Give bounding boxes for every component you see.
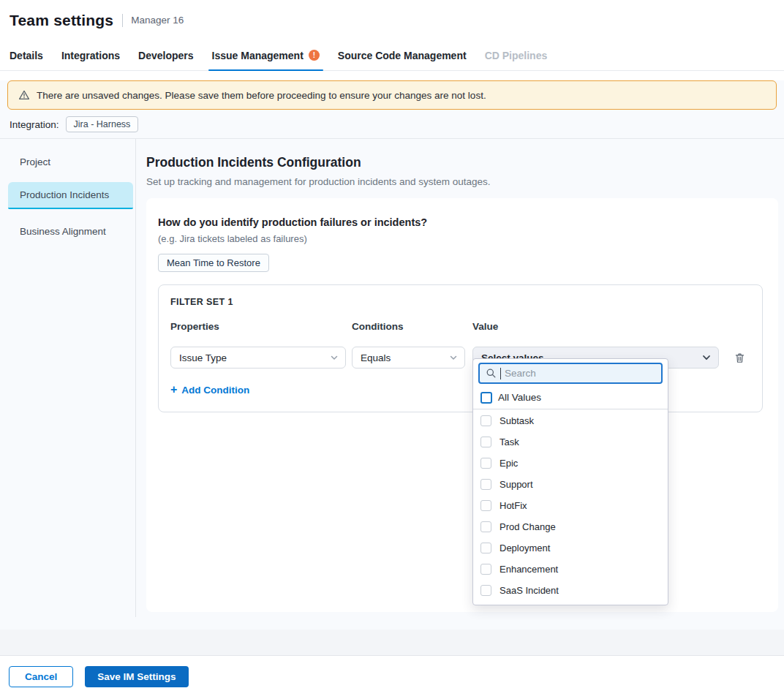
- section-title: Production Incidents Configuration: [146, 155, 778, 170]
- section-subtitle: Set up tracking and management for produ…: [146, 176, 778, 187]
- sidebar-item-project[interactable]: Project: [8, 149, 133, 175]
- option-checkbox[interactable]: [480, 458, 491, 469]
- properties-column-label: Properties: [170, 321, 352, 332]
- dropdown-options: Subtask Task Epic Support HotFix Prod Ch…: [473, 409, 668, 605]
- tab-issue-management[interactable]: Issue Management !: [212, 40, 320, 70]
- value-column-label: Value: [472, 321, 498, 332]
- option-checkbox[interactable]: [480, 521, 491, 532]
- option-saas-incident[interactable]: SaaS Incident: [473, 580, 668, 601]
- banner-text: There are unsaved changes. Please save t…: [37, 90, 486, 101]
- option-checkbox[interactable]: [480, 437, 491, 447]
- dropdown-search: [478, 363, 663, 384]
- option-support[interactable]: Support: [473, 474, 668, 495]
- sidebar-item-production-incidents[interactable]: Production Incidents: [8, 182, 133, 209]
- filter-set-title: FILTER SET 1: [170, 297, 750, 307]
- chevron-down-icon: [449, 353, 458, 362]
- search-icon: [486, 368, 497, 379]
- integration-label: Integration:: [10, 119, 59, 130]
- warning-icon: [18, 89, 30, 101]
- alert-badge-icon: !: [309, 50, 320, 61]
- trash-icon: [734, 355, 746, 366]
- question-title: How do you identify production failures …: [158, 216, 763, 228]
- chevron-down-icon: [701, 352, 712, 363]
- tab-details[interactable]: Details: [10, 40, 43, 70]
- footer-bar: Cancel Save IM Settings: [0, 655, 784, 698]
- tab-cd-pipelines: CD Pipelines: [485, 40, 548, 70]
- option-task[interactable]: Task: [473, 431, 668, 453]
- settings-body: Project Production Incidents Business Al…: [0, 138, 784, 617]
- filter-column-headers: Properties Conditions Value: [170, 321, 750, 332]
- incidents-config-card: How do you identify production failures …: [146, 198, 778, 612]
- filter-set-1: FILTER SET 1 Properties Conditions Value…: [158, 284, 763, 412]
- tab-developers[interactable]: Developers: [138, 40, 193, 70]
- property-select[interactable]: Issue Type: [170, 347, 346, 369]
- metric-chip-mean-time-to-restore[interactable]: Mean Time to Restore: [158, 254, 269, 272]
- option-checkbox[interactable]: [480, 564, 491, 575]
- search-input[interactable]: [505, 368, 655, 379]
- checkbox-all-values[interactable]: [480, 392, 492, 404]
- unsaved-changes-banner: There are unsaved changes. Please save t…: [7, 80, 777, 110]
- save-im-settings-button[interactable]: Save IM Settings: [85, 666, 188, 687]
- tab-integrations[interactable]: Integrations: [61, 40, 120, 70]
- tab-bar: Details Integrations Developers Issue Ma…: [0, 40, 784, 71]
- option-subtask[interactable]: Subtask: [473, 410, 668, 431]
- option-prod-change[interactable]: Prod Change: [473, 516, 668, 537]
- tab-source-code-management[interactable]: Source Code Management: [338, 40, 467, 70]
- option-customer-notification[interactable]: Customer Notification: [473, 601, 668, 605]
- option-all-values[interactable]: All Values: [473, 386, 668, 409]
- delete-filter-button[interactable]: [732, 350, 747, 366]
- option-hotfix[interactable]: HotFix: [473, 495, 668, 516]
- value-dropdown: All Values Subtask Task Epic Support Hot…: [472, 358, 668, 605]
- page-title: Team settings: [10, 12, 113, 29]
- option-checkbox[interactable]: [480, 500, 491, 511]
- page-subtitle: Manager 16: [131, 15, 184, 26]
- main-panel: Production Incidents Configuration Set u…: [136, 139, 784, 617]
- text-caret: [500, 368, 501, 379]
- sidebar-item-business-alignment[interactable]: Business Alignment: [8, 219, 133, 244]
- bottom-strip: [0, 630, 784, 655]
- chevron-down-icon: [330, 353, 339, 362]
- option-checkbox[interactable]: [480, 585, 491, 596]
- option-epic[interactable]: Epic: [473, 453, 668, 474]
- integration-row: Integration: Jira - Harness: [0, 110, 784, 138]
- integration-chip[interactable]: Jira - Harness: [66, 116, 139, 132]
- option-checkbox[interactable]: [480, 543, 491, 553]
- option-deployment[interactable]: Deployment: [473, 537, 668, 559]
- conditions-column-label: Conditions: [352, 321, 472, 332]
- question-hint: (e.g. Jira tickets labeled as failures): [158, 233, 763, 244]
- option-checkbox[interactable]: [480, 479, 491, 490]
- option-enhancement[interactable]: Enhancement: [473, 559, 668, 580]
- add-condition-button[interactable]: + Add Condition: [170, 384, 249, 396]
- option-checkbox[interactable]: [480, 415, 491, 426]
- team-settings-page: Team settings Manager 16 Details Integra…: [0, 0, 784, 698]
- title-divider: [122, 14, 123, 27]
- cancel-button[interactable]: Cancel: [9, 666, 73, 687]
- spacer: [0, 617, 784, 630]
- page-header: Team settings Manager 16: [0, 0, 784, 40]
- settings-sidebar: Project Production Incidents Business Al…: [0, 139, 136, 617]
- condition-select[interactable]: Equals: [352, 347, 465, 369]
- plus-icon: +: [170, 384, 177, 396]
- content-area: There are unsaved changes. Please save t…: [0, 80, 784, 655]
